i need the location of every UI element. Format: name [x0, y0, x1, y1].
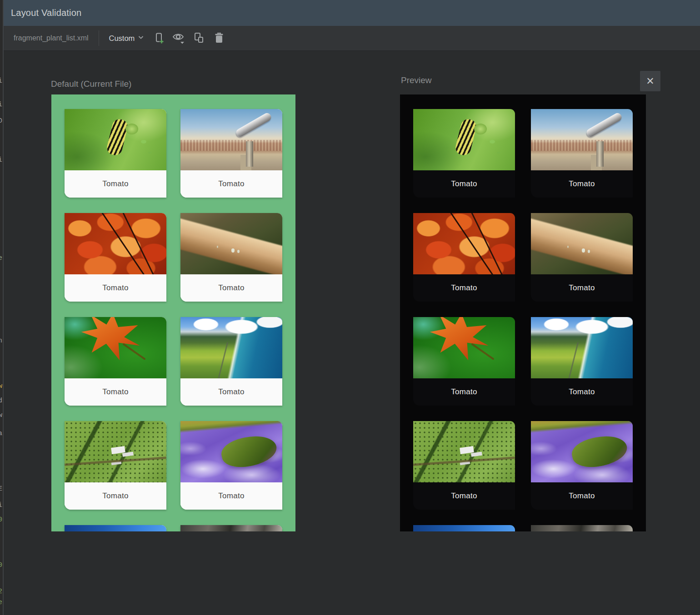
plant-image — [531, 525, 633, 531]
delete-button[interactable] — [210, 29, 228, 47]
plant-card-footer: Tomato — [65, 274, 166, 302]
plant-name-label: Tomato — [218, 491, 245, 501]
editor-text-fragment: 2 — [0, 588, 2, 595]
close-icon: ✕ — [646, 75, 654, 87]
editor-text-fragment: a — [0, 430, 2, 437]
plant-card-footer: Tomato — [180, 274, 282, 302]
plant-name-label: Tomato — [451, 283, 477, 293]
plant-name-label: Tomato — [218, 387, 245, 397]
plant-name-label: Tomato — [569, 491, 595, 501]
plant-card: Tomato — [65, 109, 166, 198]
editor-text-fragment: i — [0, 101, 2, 109]
editor-text-fragment: d — [0, 397, 2, 405]
plant-card-footer: Tomato — [180, 170, 282, 198]
preview-panel-label: Preview — [401, 75, 432, 85]
plant-card: Tomato — [180, 317, 282, 406]
plant-card: Tomato — [65, 317, 166, 406]
plant-image — [180, 317, 282, 378]
plant-image — [413, 109, 515, 170]
add-device-icon — [153, 32, 165, 45]
plant-name-label: Tomato — [451, 491, 477, 501]
plant-card-footer: Tomato — [531, 482, 633, 510]
plant-name-label: Tomato — [218, 283, 245, 293]
default-preview-panel: Tomato Tomato Tomato Tomato Tomato Tomat… — [51, 94, 295, 531]
plant-name-label: Tomato — [102, 179, 129, 188]
plant-image-decor — [246, 141, 253, 167]
plant-image — [413, 317, 515, 378]
plant-name-label: Tomato — [569, 283, 595, 293]
plant-image — [413, 525, 515, 531]
plant-card: Tomato — [65, 421, 166, 510]
plant-card-footer: Tomato — [413, 482, 515, 510]
editor-text-fragment: 0 — [0, 516, 2, 524]
plant-image — [65, 109, 166, 170]
copy-layout-icon — [192, 31, 206, 45]
delete-icon — [213, 32, 225, 45]
plant-card — [531, 525, 633, 531]
current-file-label: fragment_plant_list.xml — [4, 34, 99, 42]
plant-grid: Tomato Tomato Tomato Tomato Tomato Tomat… — [400, 94, 646, 531]
plant-card: Tomato — [531, 109, 633, 198]
plant-image — [531, 109, 633, 170]
plant-card — [413, 525, 515, 531]
plant-image — [65, 317, 166, 378]
plant-card-footer: Tomato — [531, 274, 633, 302]
plant-image — [180, 525, 282, 531]
configuration-set-dropdown[interactable]: Custom — [99, 31, 150, 45]
plant-card-footer: Tomato — [180, 482, 282, 510]
editor-text-fragment: n — [0, 337, 2, 345]
plant-card-footer: Tomato — [413, 274, 515, 302]
plant-card: Tomato — [180, 109, 282, 198]
chevron-down-icon — [137, 34, 145, 43]
editor-edge-strip: iiDienwdwaEi002e — [0, 0, 4, 615]
plant-image — [65, 213, 166, 274]
plant-name-label: Tomato — [102, 283, 129, 293]
plant-card — [65, 525, 166, 531]
plant-card: Tomato — [531, 317, 633, 406]
plant-image-decor — [596, 141, 604, 167]
plant-image — [413, 213, 515, 274]
editor-text-fragment: E — [0, 485, 2, 493]
plant-card: Tomato — [180, 213, 282, 302]
plant-card-footer: Tomato — [65, 378, 166, 406]
visibility-button[interactable] — [170, 29, 188, 47]
plant-name-label: Tomato — [102, 387, 129, 397]
plant-image — [65, 525, 166, 531]
plant-card-footer: Tomato — [531, 170, 633, 198]
editor-text-fragment: D — [0, 117, 2, 125]
plant-card-footer: Tomato — [531, 378, 633, 406]
tool-window-title: Layout Validation — [11, 8, 81, 18]
plant-card-footer: Tomato — [65, 482, 166, 510]
editor-text-fragment: e — [0, 254, 2, 262]
plant-card: Tomato — [531, 421, 633, 510]
plant-image — [180, 421, 282, 482]
plant-card-footer: Tomato — [413, 170, 515, 198]
plant-card: Tomato — [413, 109, 515, 198]
close-preview-button[interactable]: ✕ — [640, 71, 660, 91]
editor-text-fragment: i — [0, 77, 2, 85]
plant-image — [180, 109, 282, 170]
plant-image — [180, 213, 282, 274]
plant-name-label: Tomato — [569, 179, 595, 188]
configuration-set-label: Custom — [109, 34, 135, 43]
plant-name-label: Tomato — [569, 387, 595, 397]
visibility-icon — [171, 31, 187, 45]
add-device-button[interactable] — [150, 29, 168, 47]
editor-text-fragment: i — [0, 156, 2, 164]
plant-grid: Tomato Tomato Tomato Tomato Tomato Tomat… — [51, 94, 295, 531]
plant-card-footer: Tomato — [65, 170, 166, 198]
plant-card: Tomato — [65, 213, 166, 302]
plant-card: Tomato — [413, 421, 515, 510]
tool-window-titlebar: Layout Validation — [4, 0, 700, 26]
layout-validation-toolbar: fragment_plant_list.xml Custom — [4, 26, 700, 51]
plant-name-label: Tomato — [218, 179, 245, 188]
plant-card: Tomato — [531, 213, 633, 302]
plant-card: Tomato — [413, 317, 515, 406]
copy-layout-button[interactable] — [190, 29, 208, 47]
plant-card-footer: Tomato — [413, 378, 515, 406]
plant-name-label: Tomato — [451, 387, 477, 397]
editor-text-fragment: 0 — [0, 561, 2, 569]
plant-image — [413, 421, 515, 482]
plant-image — [65, 421, 166, 482]
plant-card: Tomato — [180, 421, 282, 510]
